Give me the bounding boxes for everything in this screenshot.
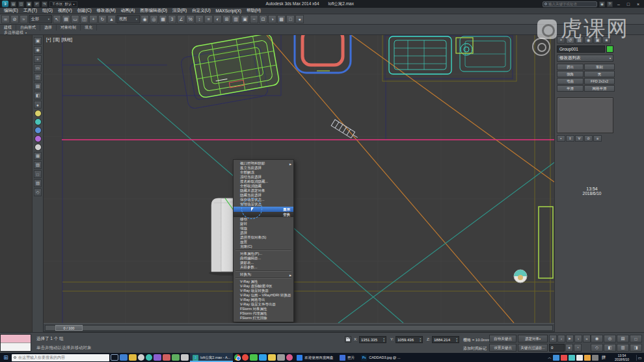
make-unique-icon[interactable]: ∀ <box>575 135 584 142</box>
previous-frame-button[interactable]: ‹ <box>557 335 565 343</box>
left-tool-icon-1[interactable]: ▣ <box>34 37 42 45</box>
modifier-button-2-0[interactable]: 弯曲 <box>557 78 584 84</box>
ime-indicator[interactable]: 拼 <box>600 354 608 361</box>
quad-menu-item[interactable]: 隐藏当前选择 <box>234 193 293 198</box>
render-setup-icon[interactable]: ▩ <box>277 15 286 23</box>
task-view-icon[interactable] <box>111 354 118 361</box>
tray-icon-2[interactable] <box>561 355 567 361</box>
quad-menu-item[interactable]: V-Ray 虚拟帧缓冲区 <box>234 284 293 289</box>
taskbar-app-icon-2[interactable] <box>129 354 137 361</box>
left-tool-icon-16[interactable]: □ <box>34 170 42 178</box>
orbit-icon[interactable]: ▥ <box>617 344 629 352</box>
quad-menu-item[interactable]: V-Ray 属性 <box>234 279 293 284</box>
zoom-icon[interactable]: ◉ <box>591 335 603 343</box>
time-configuration-button[interactable]: ◔ <box>574 344 582 352</box>
menu-item-2[interactable]: 组(G) <box>40 8 55 14</box>
left-tool-icon-11[interactable] <box>34 127 42 134</box>
curve-editor-icon[interactable]: ~ <box>250 15 258 23</box>
quad-menu-item[interactable]: V-Ray 场景转换器 <box>234 289 293 293</box>
modifier-button-3-1[interactable]: 网格平滑 <box>584 85 615 92</box>
viewport-top[interactable]: [+] [顶] [线框] 视口照明和阴影▶孤立当前选择全部解冻冻结当前选择按名称… <box>44 35 554 323</box>
material-editor-icon[interactable]: ◑ <box>268 15 276 23</box>
notification-center-icon[interactable]: ▭ <box>636 355 643 361</box>
quad-menu-item[interactable]: FStorm 灯光排除 <box>234 316 293 320</box>
quad-menu-item[interactable]: 视口照明和阴影▶ <box>234 161 293 166</box>
percent-snap-icon[interactable]: % <box>186 15 195 23</box>
ribbon-tab-4[interactable]: 填充 <box>81 25 97 31</box>
tray-icon-4[interactable] <box>576 355 583 361</box>
time-slider-track[interactable] <box>45 325 553 331</box>
quad-menu-item[interactable]: 放置 <box>234 240 293 244</box>
select-and-manipulate-icon[interactable]: ◎ <box>150 15 158 23</box>
taskbar-search[interactable] <box>12 354 109 361</box>
left-tool-icon-14[interactable]: ▦ <box>34 152 42 160</box>
zoom-region-icon[interactable]: □ <box>630 335 642 343</box>
left-tool-icon-17[interactable]: ▨ <box>34 179 42 187</box>
quad-menu-item[interactable]: FStorm 对象属性 <box>234 307 293 311</box>
taskbar-app-icon-12[interactable] <box>268 354 276 361</box>
x-coordinate-field[interactable]: 1351.335▲▼ <box>359 336 386 343</box>
menu-item-10[interactable]: MAXScript(X) <box>213 8 244 13</box>
taskbar-window-1[interactable]: 欢迎使用百度网盘 <box>294 353 336 362</box>
field-of-view-icon[interactable]: ◇ <box>591 344 603 352</box>
left-tool-icon-13[interactable] <box>34 144 42 151</box>
menu-item-6[interactable]: 动画(A) <box>118 8 138 14</box>
taskbar-app-icon-1[interactable] <box>120 354 127 361</box>
redo-icon[interactable]: ↷ <box>42 1 47 7</box>
menu-item-1[interactable]: 工具(T) <box>21 8 40 14</box>
select-and-link-icon[interactable]: ∞ <box>1 15 10 23</box>
hierarchy-tab-icon[interactable]: ▤ <box>575 36 584 44</box>
rectangular-region-icon[interactable]: ▭ <box>71 15 79 23</box>
left-tool-icon-18[interactable]: ◇ <box>34 188 42 196</box>
open-file-icon[interactable]: ◫ <box>18 1 24 7</box>
taskbar-app-icon-6[interactable] <box>163 354 170 361</box>
select-and-move-icon[interactable]: + <box>89 15 98 23</box>
tray-icon-1[interactable] <box>553 355 559 361</box>
left-tool-icon-6[interactable]: ▤ <box>34 83 42 90</box>
modifier-button-2-1[interactable]: FFD 2x2x2 <box>584 78 615 84</box>
taskbar-app-icon-13[interactable] <box>277 354 285 361</box>
menu-item-8[interactable]: 渲染(R) <box>170 8 189 14</box>
maxscript-macro-line[interactable] <box>1 335 31 343</box>
pin-stack-icon[interactable]: ▪ <box>557 135 565 142</box>
quad-menu-item[interactable]: 隐藏未选定对象 <box>234 188 293 193</box>
select-and-scale-icon[interactable]: ▲ <box>107 15 116 23</box>
pan-view-icon[interactable]: ◧ <box>604 344 616 352</box>
left-tool-icon-5[interactable]: ◫ <box>34 73 42 81</box>
spinner-snap-icon[interactable]: ↕ <box>195 15 204 23</box>
key-mode-toggle-button[interactable]: ● <box>565 344 573 352</box>
rendered-frame-icon[interactable]: □ <box>286 15 295 23</box>
quad-menu-item[interactable]: 摄影表... <box>234 261 293 265</box>
left-tool-icon-15[interactable]: ▧ <box>34 161 42 169</box>
window-crossing-icon[interactable]: ◫ <box>80 15 88 23</box>
reference-coordinate-dropdown[interactable]: 视图▾ <box>116 15 140 23</box>
menu-item-11[interactable]: 帮助(H) <box>244 8 263 14</box>
ribbon-tab-2[interactable]: 选择 <box>40 25 57 31</box>
quad-menu-item[interactable]: 保存场景状态... <box>234 198 293 202</box>
minimize-button[interactable]: – <box>615 1 623 8</box>
align-icon[interactable]: ⊞ <box>222 15 231 23</box>
layer-manager-icon[interactable]: ▥ <box>232 15 240 23</box>
render-production-icon[interactable]: ● <box>295 15 304 23</box>
set-key-button[interactable]: 设置关键点 <box>489 344 517 352</box>
schematic-view-icon[interactable]: ⊡ <box>259 15 267 23</box>
left-tool-icon-7[interactable]: ◧ <box>34 92 42 99</box>
quad-menu-item[interactable]: 全部解冻 <box>234 170 293 175</box>
modifier-button-1-0[interactable]: 倒角 <box>557 71 584 77</box>
taskbar-app-icon-8[interactable] <box>181 354 189 361</box>
tray-icon-5[interactable] <box>584 355 591 361</box>
current-frame-field[interactable]: 0 <box>549 344 565 352</box>
menu-item-4[interactable]: 创建(C) <box>75 8 94 14</box>
quad-menu-item[interactable]: FStorm 代理属性 <box>234 311 293 316</box>
quad-menu-item[interactable]: 克隆(C) <box>234 244 293 249</box>
taskbar-app-icon-7[interactable] <box>172 354 180 361</box>
menu-item-7[interactable]: 图形编辑器(D) <box>138 8 170 14</box>
tray-expand-icon[interactable]: ︿ <box>548 355 552 361</box>
z-coordinate-field[interactable]: 1884.214▲▼ <box>432 336 459 343</box>
object-name-field[interactable]: Group001 <box>557 45 605 53</box>
taskbar-app-icon-5[interactable] <box>154 354 161 361</box>
workspace-dropdown[interactable]: 工作区: 默认▾ <box>49 1 77 7</box>
modifier-list-dropdown[interactable]: 修改器列表▾ <box>557 55 613 62</box>
quad-menu-item[interactable]: 全部取消隐藏 <box>234 184 293 188</box>
infocenter-search[interactable] <box>543 1 597 7</box>
